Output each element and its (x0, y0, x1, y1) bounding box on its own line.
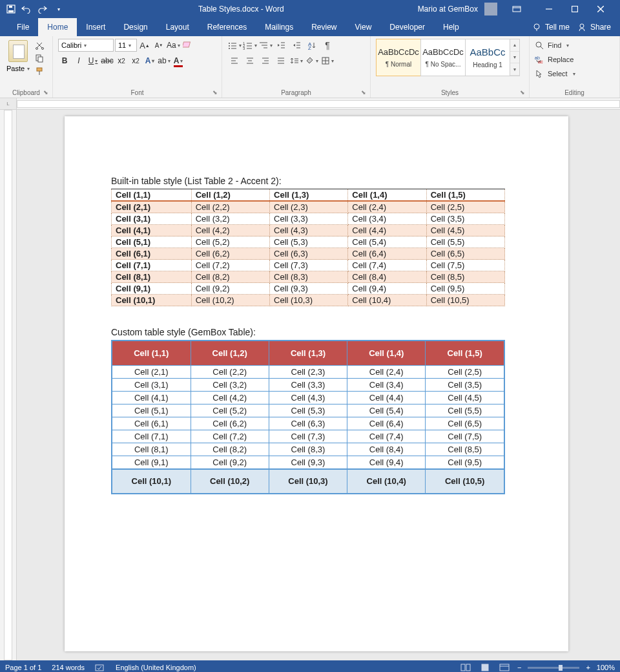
undo-icon[interactable] (21, 3, 32, 15)
table-cell[interactable]: Cell (4,5) (426, 225, 504, 236)
table-cell[interactable]: Cell (6,4) (348, 248, 426, 260)
table-cell[interactable]: Cell (7,5) (426, 430, 504, 443)
align-left-icon[interactable] (227, 54, 242, 67)
table-cell[interactable]: Cell (10,4) (348, 295, 426, 306)
table-cell[interactable]: Cell (8,2) (191, 443, 269, 456)
style-no-spacing[interactable]: AaBbCcDc ¶ No Spac... (420, 39, 466, 76)
grow-font-icon[interactable]: A▲ (138, 39, 151, 52)
page-count[interactable]: Page 1 of 1 (5, 664, 41, 671)
table-cell[interactable]: Cell (5,4) (348, 236, 426, 248)
table-cell[interactable]: Cell (7,3) (269, 430, 347, 443)
print-layout-icon[interactable] (479, 662, 491, 672)
table-cell[interactable]: Cell (8,5) (426, 443, 504, 456)
table-cell[interactable]: Cell (5,5) (426, 236, 504, 248)
table-cell[interactable]: Cell (10,2) (191, 295, 269, 306)
table-cell[interactable]: Cell (8,2) (191, 271, 269, 283)
table-cell[interactable]: Cell (5,5) (426, 404, 504, 417)
table-cell[interactable]: Cell (8,5) (426, 271, 504, 283)
table-cell[interactable]: Cell (1,1) (112, 189, 192, 202)
table-cell[interactable]: Cell (10,2) (191, 469, 269, 494)
table-cell[interactable]: Cell (1,2) (191, 189, 269, 202)
table-cell[interactable]: Cell (4,4) (347, 391, 426, 404)
table-cell[interactable]: Cell (9,3) (269, 456, 347, 469)
spellcheck-icon[interactable] (95, 663, 105, 672)
table-cell[interactable]: Cell (7,1) (112, 260, 192, 271)
style-heading-1[interactable]: AaBbCc Heading 1 (465, 39, 510, 76)
table-cell[interactable]: Cell (3,3) (270, 213, 348, 225)
zoom-level[interactable]: 100% (597, 664, 615, 671)
table-cell[interactable]: Cell (10,4) (347, 469, 426, 494)
table-cell[interactable]: Cell (6,5) (426, 248, 504, 260)
table-cell[interactable]: Cell (3,4) (347, 378, 426, 391)
shading-icon[interactable]: ▾ (305, 54, 319, 67)
sort-icon[interactable]: AZ (305, 39, 319, 52)
table-cell[interactable]: Cell (6,2) (191, 248, 269, 260)
tab-view[interactable]: View (346, 18, 381, 36)
table-cell[interactable]: Cell (5,1) (112, 236, 192, 248)
table-cell[interactable]: Cell (4,3) (269, 391, 347, 404)
copy-icon[interactable] (34, 53, 45, 63)
builtin-style-table[interactable]: Cell (1,1)Cell (1,2)Cell (1,3)Cell (1,4)… (111, 189, 505, 306)
table-cell[interactable]: Cell (8,3) (270, 271, 348, 283)
cut-icon[interactable] (34, 40, 45, 50)
table-cell[interactable]: Cell (10,5) (426, 295, 504, 306)
format-painter-icon[interactable] (34, 66, 45, 76)
zoom-out-icon[interactable]: − (517, 664, 521, 671)
table-cell[interactable]: Cell (2,2) (191, 201, 269, 213)
table-cell[interactable]: Cell (2,5) (426, 201, 504, 213)
table-cell[interactable]: Cell (5,3) (270, 236, 348, 248)
paste-button[interactable]: Paste▾ (5, 39, 31, 72)
table-cell[interactable]: Cell (3,1) (112, 378, 191, 391)
table-cell[interactable]: Cell (3,1) (112, 213, 192, 225)
tab-developer[interactable]: Developer (380, 18, 434, 36)
table-cell[interactable]: Cell (4,5) (426, 391, 504, 404)
table-cell[interactable]: Cell (6,1) (112, 417, 191, 430)
table-cell[interactable]: Cell (4,4) (348, 225, 426, 236)
table-cell[interactable]: Cell (4,2) (191, 225, 269, 236)
table-cell[interactable]: Cell (1,1) (112, 341, 191, 365)
table-cell[interactable]: Cell (2,4) (348, 201, 426, 213)
table-cell[interactable]: Cell (7,5) (426, 260, 504, 271)
strikethrough-button[interactable]: abc (101, 54, 114, 67)
table-cell[interactable]: Cell (6,3) (270, 248, 348, 260)
table-cell[interactable]: Cell (4,1) (112, 391, 191, 404)
font-name-combo[interactable]: Calibri▾ (58, 39, 114, 52)
font-color-icon[interactable]: A▾ (172, 54, 185, 67)
table-cell[interactable]: Cell (10,3) (269, 469, 347, 494)
web-layout-icon[interactable] (498, 662, 511, 672)
save-icon[interactable] (5, 3, 17, 15)
table-cell[interactable]: Cell (7,1) (112, 430, 191, 443)
table-cell[interactable]: Cell (7,2) (191, 260, 269, 271)
justify-icon[interactable] (274, 54, 288, 67)
zoom-slider[interactable] (528, 667, 579, 669)
table-cell[interactable]: Cell (10,3) (270, 295, 348, 306)
document-page[interactable]: Built-in table style (List Table 2 - Acc… (65, 116, 568, 651)
table-cell[interactable]: Cell (7,4) (347, 430, 426, 443)
subscript-button[interactable]: x2 (115, 54, 128, 67)
share-button[interactable]: Share (577, 23, 611, 32)
minimize-button[interactable] (536, 0, 562, 18)
table-cell[interactable]: Cell (5,2) (191, 404, 269, 417)
tab-references[interactable]: References (198, 18, 256, 36)
table-cell[interactable]: Cell (7,2) (191, 430, 269, 443)
table-cell[interactable]: Cell (10,5) (426, 469, 504, 494)
table-cell[interactable]: Cell (5,2) (191, 236, 269, 248)
zoom-in-icon[interactable]: + (586, 664, 590, 671)
read-mode-icon[interactable] (459, 662, 472, 672)
table-cell[interactable]: Cell (8,1) (112, 271, 192, 283)
tab-layout[interactable]: Layout (157, 18, 198, 36)
table-cell[interactable]: Cell (8,3) (269, 443, 347, 456)
table-cell[interactable]: Cell (9,5) (426, 456, 504, 469)
font-size-combo[interactable]: 11▾ (115, 39, 137, 52)
superscript-button[interactable]: x2 (129, 54, 142, 67)
table-cell[interactable]: Cell (6,5) (426, 417, 504, 430)
styles-gallery-scroll[interactable]: ▴▾▾ (510, 39, 520, 76)
close-button[interactable] (588, 0, 614, 18)
numbering-icon[interactable]: 123▾ (243, 39, 257, 52)
table-cell[interactable]: Cell (1,3) (269, 341, 347, 365)
table-cell[interactable]: Cell (3,5) (426, 378, 504, 391)
highlight-color-icon[interactable]: ab▾ (158, 54, 170, 67)
show-hide-icon[interactable]: ¶ (320, 39, 335, 52)
table-cell[interactable]: Cell (3,2) (191, 378, 269, 391)
table-cell[interactable]: Cell (2,5) (426, 365, 504, 378)
